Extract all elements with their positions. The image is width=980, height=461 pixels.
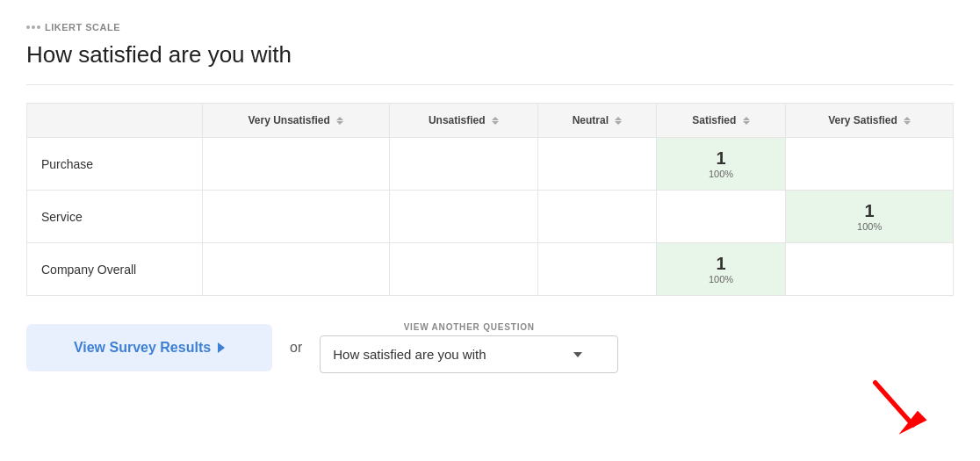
- cell-unsatisfied: [389, 138, 538, 191]
- view-results-label: View Survey Results: [74, 340, 211, 356]
- chevron-down-icon: [573, 352, 582, 357]
- dots-icon: [26, 25, 40, 29]
- or-text: or: [290, 340, 302, 356]
- red-arrow-annotation: [866, 373, 932, 439]
- sort-icon-satisfied: [743, 117, 750, 125]
- cell-value: 1: [786, 201, 953, 221]
- sort-icon-unsatisfied: [492, 117, 499, 125]
- cell-percent: 100%: [657, 169, 786, 179]
- row-label: Company Overall: [27, 243, 203, 296]
- cell-neutral: [538, 138, 657, 191]
- cell-satisfied: 1100%: [656, 138, 786, 191]
- cell-unsatisfied: [389, 191, 538, 243]
- table-row: Purchase1100%: [27, 138, 954, 191]
- view-another-container: VIEW ANOTHER QUESTION How satisfied are …: [320, 322, 618, 373]
- question-type-badge: LIKERT SCALE: [26, 22, 120, 32]
- sort-icon-very-satisfied: [904, 117, 911, 125]
- cell-very_satisfied: [786, 138, 954, 191]
- dropdown-select[interactable]: How satisfied are you with: [320, 335, 618, 373]
- col-header-very-satisfied[interactable]: Very Satisfied: [786, 104, 954, 138]
- results-table: Very Unsatisfied Unsatisfied Neutral: [26, 103, 954, 296]
- dropdown-value: How satisfied are you with: [333, 347, 486, 362]
- table-row: Company Overall1100%: [27, 243, 954, 296]
- sort-icon-very-unsatisfied: [336, 117, 343, 125]
- col-header-satisfied[interactable]: Satisfied: [656, 104, 786, 138]
- cell-very_satisfied: 1100%: [786, 191, 954, 243]
- cell-satisfied: 1100%: [656, 243, 786, 296]
- cell-unsatisfied: [389, 243, 538, 296]
- cell-percent: 100%: [786, 221, 953, 232]
- cell-very_unsatisfied: [203, 138, 390, 191]
- cell-percent: 100%: [657, 274, 786, 285]
- cell-value: 1: [657, 148, 786, 169]
- sort-icon-neutral: [615, 117, 622, 125]
- footer-row: View Survey Results or VIEW ANOTHER QUES…: [26, 322, 954, 373]
- divider: [26, 84, 954, 85]
- cell-very_satisfied: [786, 243, 954, 296]
- row-label: Purchase: [27, 138, 203, 191]
- col-header-label: [27, 104, 203, 138]
- chevron-down-container: [573, 352, 582, 357]
- page-container: LIKERT SCALE How satisfied are you with …: [0, 0, 980, 461]
- cell-value: 1: [657, 254, 786, 274]
- row-label: Service: [27, 191, 203, 243]
- view-results-button[interactable]: View Survey Results: [26, 324, 272, 371]
- table-row: Service1100%: [27, 191, 954, 243]
- cell-neutral: [538, 243, 657, 296]
- col-header-very-unsatisfied[interactable]: Very Unsatisfied: [203, 104, 390, 138]
- col-header-unsatisfied[interactable]: Unsatisfied: [389, 104, 538, 138]
- cell-satisfied: [656, 191, 786, 243]
- svg-line-0: [876, 383, 913, 425]
- view-another-label: VIEW ANOTHER QUESTION: [320, 322, 618, 332]
- table-header-row: Very Unsatisfied Unsatisfied Neutral: [27, 104, 954, 138]
- cell-neutral: [538, 191, 657, 243]
- cell-very_unsatisfied: [203, 243, 390, 296]
- col-header-neutral[interactable]: Neutral: [538, 104, 657, 138]
- badge-label: LIKERT SCALE: [45, 22, 120, 32]
- cell-very_unsatisfied: [203, 191, 390, 243]
- chevron-right-icon: [218, 342, 225, 353]
- question-title: How satisfied are you with: [26, 41, 954, 68]
